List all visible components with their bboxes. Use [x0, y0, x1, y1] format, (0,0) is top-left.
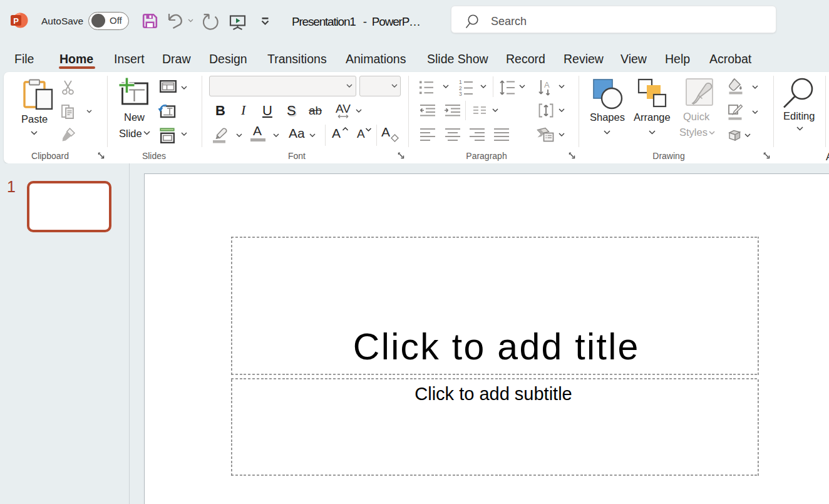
- svg-text:A: A: [544, 80, 550, 90]
- svg-text:1: 1: [459, 79, 462, 85]
- svg-text:3: 3: [459, 91, 462, 96]
- svg-text:2: 2: [459, 85, 462, 91]
- svg-text:P: P: [13, 16, 19, 26]
